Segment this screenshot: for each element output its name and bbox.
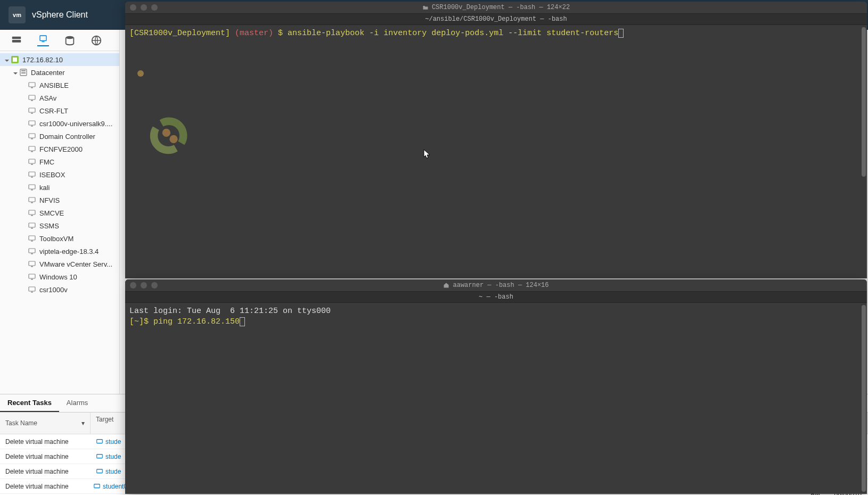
svg-rect-44	[97, 439, 103, 443]
tree-vm[interactable]: FCNFVE2000	[0, 143, 119, 155]
svg-rect-35	[31, 241, 33, 242]
minimize-dot-icon[interactable]	[141, 282, 147, 288]
tree-vm[interactable]: VMware vCenter Serv...	[0, 258, 119, 270]
terminal-titlebar[interactable]: aawarner — -bash — 124×16	[125, 279, 867, 291]
svg-rect-26	[29, 185, 35, 189]
zoom-dot-icon[interactable]	[151, 4, 158, 11]
vm-icon	[96, 438, 103, 446]
terminal-body[interactable]: Last login: Tue Aug 6 11:21:25 on ttys00…	[125, 303, 867, 494]
svg-rect-13	[31, 100, 33, 101]
sort-chevron-icon: ▾	[81, 419, 85, 427]
tree-label: viptela-edge-18.3.4	[39, 248, 99, 255]
tree-vm[interactable]: csr1000v	[0, 283, 119, 296]
svg-rect-11	[31, 87, 33, 88]
tree-vm[interactable]: viptela-edge-18.3.4	[0, 245, 119, 258]
svg-rect-8	[21, 70, 26, 71]
zoom-dot-icon[interactable]	[151, 282, 158, 288]
vm-icon	[28, 209, 36, 217]
scroll-thumb[interactable]	[862, 27, 866, 177]
terminal-titlebar[interactable]: CSR1000v_Deployment — -bash — 124×22	[125, 2, 867, 13]
tab-alarms[interactable]: Alarms	[59, 394, 95, 412]
svg-rect-24	[29, 172, 35, 176]
folder-icon	[422, 4, 429, 11]
tree-label: SMCVE	[39, 209, 64, 217]
svg-rect-18	[29, 134, 35, 138]
svg-rect-3	[42, 41, 44, 42]
tree-datacenter[interactable]: Datacenter	[0, 66, 119, 79]
tree-label: SSMS	[39, 222, 59, 230]
svg-rect-22	[29, 159, 35, 163]
tree-vm[interactable]: ISEBOX	[0, 168, 119, 181]
networking-icon[interactable]	[91, 35, 102, 46]
svg-rect-23	[31, 164, 33, 165]
hosts-clusters-icon[interactable]	[11, 35, 22, 46]
svg-rect-27	[31, 189, 33, 191]
svg-rect-21	[31, 151, 33, 152]
datastores-icon[interactable]	[64, 35, 76, 46]
tree-label: csr1000v-universalk9....	[39, 120, 112, 128]
svg-rect-2	[40, 36, 46, 40]
tab-recent-tasks[interactable]: Recent Tasks	[0, 394, 59, 412]
tree-label: Windows 10	[39, 273, 77, 281]
window-traffic-lights[interactable]	[130, 4, 158, 11]
tree-label: VMware vCenter Serv...	[39, 260, 112, 268]
vm-icon	[28, 247, 36, 255]
tree-label: ASAv	[39, 94, 56, 102]
svg-rect-9	[21, 72, 26, 73]
vm-icon	[28, 158, 36, 166]
vm-icon	[28, 221, 36, 230]
svg-rect-16	[29, 121, 35, 125]
vm-icon	[28, 94, 36, 102]
svg-rect-39	[31, 266, 33, 267]
terminal-body[interactable]: [CSR1000v_Deployment] (master) $ ansible…	[125, 25, 867, 278]
vms-templates-icon[interactable]	[37, 35, 49, 46]
chevron-down-icon[interactable]	[13, 70, 18, 75]
tree-vm[interactable]: ANSIBLE	[0, 79, 119, 92]
close-dot-icon[interactable]	[130, 282, 136, 288]
vm-icon	[28, 260, 36, 268]
tree-vm[interactable]: ToolboxVM	[0, 232, 119, 245]
vm-icon	[28, 196, 36, 204]
terminal-cursor	[618, 29, 624, 38]
terminal-window-2[interactable]: aawarner — -bash — 124×16 ~ — -bash Last…	[125, 279, 867, 494]
svg-rect-19	[31, 138, 33, 139]
svg-rect-12	[29, 95, 35, 100]
scroll-thumb[interactable]	[862, 305, 866, 492]
vm-icon	[28, 145, 36, 153]
svg-rect-29	[31, 202, 33, 203]
vm-icon	[28, 183, 36, 192]
close-dot-icon[interactable]	[130, 4, 136, 11]
window-traffic-lights[interactable]	[130, 282, 158, 288]
minimize-dot-icon[interactable]	[141, 4, 147, 11]
vm-icon	[28, 285, 36, 294]
tree-vm[interactable]: kali	[0, 181, 119, 194]
vm-icon	[28, 132, 36, 141]
svg-rect-34	[29, 236, 35, 240]
tree-vm[interactable]: Domain Controller	[0, 130, 119, 143]
vm-icon	[96, 468, 103, 475]
terminal-window-1[interactable]: CSR1000v_Deployment — -bash — 124×22 ~/a…	[125, 2, 867, 278]
chevron-down-icon[interactable]	[4, 57, 10, 62]
terminal-tab[interactable]: ~/ansible/CSR1000v_Deployment — -bash	[125, 13, 867, 25]
inventory-nav-icons	[0, 30, 119, 51]
svg-rect-38	[29, 261, 35, 266]
tree-vm[interactable]: Windows 10	[0, 270, 119, 283]
tree-vm[interactable]: SMCVE	[0, 207, 119, 219]
tree-root-vcenter[interactable]: 172.16.82.10	[0, 53, 119, 66]
tree-vm[interactable]: csr1000v-universalk9....	[0, 117, 119, 130]
terminal-tab[interactable]: ~ — -bash	[125, 291, 867, 303]
svg-rect-15	[31, 113, 33, 114]
tree-vm[interactable]: SSMS	[0, 219, 119, 232]
tree-label: NFVIS	[39, 196, 60, 204]
col-task-name[interactable]: Task Name▾	[0, 412, 91, 434]
app-title: vSphere Client	[32, 10, 88, 20]
tree-vm[interactable]: CSR-FLT	[0, 104, 119, 117]
terminal-scrollbar[interactable]	[862, 305, 866, 492]
terminal-window-title: CSR1000v_Deployment — -bash — 124×22	[125, 4, 867, 11]
tree-vm[interactable]: NFVIS	[0, 194, 119, 207]
svg-rect-1	[12, 40, 21, 43]
svg-rect-41	[31, 279, 33, 280]
tree-vm[interactable]: FMC	[0, 155, 119, 168]
tree-vm[interactable]: ASAv	[0, 92, 119, 104]
terminal-scrollbar[interactable]	[862, 27, 866, 276]
